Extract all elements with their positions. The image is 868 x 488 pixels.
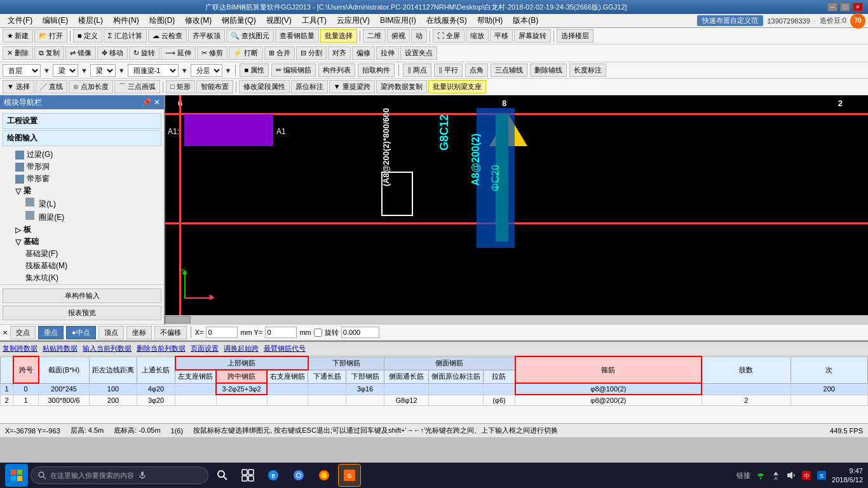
snap-no-offset-button[interactable]: 不偏移 [154, 326, 187, 339]
taskbar-search-app[interactable] [211, 464, 234, 487]
cell-legs-2[interactable]: 2 [702, 395, 790, 406]
cell-stirrup-2[interactable]: φ8@200(2) [515, 395, 702, 406]
offset-button[interactable]: 偏修 [352, 46, 375, 60]
system-clock[interactable]: 9:47 2018/6/12 [832, 466, 863, 485]
panel-pin-btn[interactable]: 📌 [142, 98, 151, 107]
cell-mid-top-1[interactable]: 3-2φ25+3φ2 [216, 383, 267, 395]
copy-button[interactable]: ⧉ 复制 [34, 46, 64, 60]
2d-button[interactable]: 二维 [363, 29, 386, 43]
two-point-button[interactable]: ‖ 两点 [403, 64, 431, 77]
menu-steel[interactable]: 钢筋量(Q) [217, 14, 261, 27]
quick-setup-btn[interactable]: 快速布置自定义范 [697, 15, 763, 26]
copy-span-data-button[interactable]: 梁跨数据复制 [376, 80, 427, 93]
search-bar[interactable]: 在这里输入你要搜索的内容 [31, 466, 208, 484]
modify-span-prop-button[interactable]: 修改梁段属性 [239, 80, 290, 93]
canvas-scrollbar[interactable] [165, 315, 868, 324]
taskbar-task-view[interactable] [236, 464, 259, 487]
dynamic-button[interactable]: 动 [411, 29, 427, 43]
menu-version[interactable]: 版本(B) [508, 14, 543, 27]
menu-draw[interactable]: 绘图(D) [144, 14, 180, 27]
copy-span-data-tb-button[interactable]: 复制跨数据 [3, 344, 37, 353]
paste-span-data-button[interactable]: 粘贴跨数据 [43, 344, 78, 353]
minimize-button[interactable]: ─ [827, 3, 837, 11]
cell-side-cont-1[interactable] [384, 383, 429, 395]
menu-help[interactable]: 帮助(H) [472, 14, 508, 27]
nav-foundation-beam[interactable]: 基础梁(F) [3, 248, 161, 260]
snap-coord-button[interactable]: 坐标 [126, 326, 152, 339]
shoulder-rebar-code-button[interactable]: 最臂钢筋代号 [264, 344, 306, 353]
cell-secondary-2[interactable] [790, 395, 867, 406]
menu-edit[interactable]: 编辑(E) [37, 14, 73, 27]
rect-button[interactable]: □ 矩形 [166, 80, 195, 93]
eng-settings-title[interactable]: 工程设置 [3, 113, 161, 129]
cell-secondary-1[interactable]: 200 [790, 383, 867, 395]
del-col-data-button[interactable]: 删除当前列数据 [137, 344, 186, 353]
break-button[interactable]: ⚡ 打断 [229, 46, 262, 60]
cad-canvas-area[interactable]: 6 8 2 A1: A1 ΦC20 [165, 95, 868, 324]
page-setup-button[interactable]: 页面设置 [191, 344, 219, 353]
taskbar-ggj[interactable]: G [338, 464, 361, 487]
floor-select[interactable]: 首层 [3, 64, 41, 77]
snap-vertex-button[interactable]: 顶点 [98, 326, 124, 339]
open-button[interactable]: 📂 打开 [34, 29, 67, 43]
report-preview-button[interactable]: 报表预览 [3, 306, 161, 320]
align-top-button[interactable]: 齐平板顶 [188, 29, 225, 43]
cell-side-orig-2[interactable] [429, 395, 484, 406]
single-member-input-button[interactable]: 单构件输入 [3, 288, 161, 303]
rotate-checkbox[interactable] [314, 329, 322, 337]
screen-rotate-button[interactable]: 屏幕旋转 [514, 29, 551, 43]
nav-strip-hole[interactable]: 带形洞 [3, 161, 161, 173]
re-extract-span-button[interactable]: ▼ 重提梁跨 [329, 80, 375, 93]
trim-button[interactable]: ✂ 修剪 [197, 46, 227, 60]
cell-top-cont-2[interactable]: 3φ20 [137, 395, 175, 406]
orig-annot-button[interactable]: 原位标注 [291, 80, 328, 93]
cloud-check-button[interactable]: ☁ 云检查 [148, 29, 187, 43]
find-elem-button[interactable]: 🔍 查找图元 [226, 29, 274, 43]
swap-start-span-button[interactable]: 调换起始跨 [224, 344, 259, 353]
cell-tie-2[interactable]: (φ6) [484, 395, 515, 406]
menu-floor[interactable]: 楼层(L) [73, 14, 108, 27]
cell-left-top-1[interactable] [175, 383, 217, 395]
cell-mid-top-2[interactable] [216, 395, 267, 406]
nav-over-beam[interactable]: 过梁(G) [3, 149, 161, 161]
cell-bot-cont-1[interactable] [308, 383, 346, 395]
move-button[interactable]: ✥ 移动 [97, 46, 128, 60]
align-button[interactable]: 对齐 [328, 46, 351, 60]
menu-online[interactable]: 在线服务(S) [421, 14, 472, 27]
panel-close-btn[interactable]: ✕ [154, 98, 160, 107]
cell-section-1[interactable]: 200*245 [39, 383, 90, 395]
nav-ring-beam[interactable]: 圈梁(E) [3, 210, 161, 224]
cell-span-2[interactable]: 1 [13, 395, 39, 406]
table-row[interactable]: 2 1 300*800/6 200 3φ20 G8φ12 (φ6) φ8@200… [1, 395, 868, 406]
cell-dist-2[interactable]: 200 [90, 395, 137, 406]
member-list-button[interactable]: 构件列表 [318, 64, 355, 77]
line-tool-button[interactable]: ╱ 直线 [36, 80, 67, 93]
smart-place-button[interactable]: 智能布置 [196, 80, 233, 93]
cell-bot-steel-1[interactable]: 3φ16 [346, 383, 384, 395]
menu-bim[interactable]: BIM应用(I) [375, 14, 421, 27]
menu-modify[interactable]: 修改(M) [180, 14, 217, 27]
cell-section-2[interactable]: 300*800/6 [39, 395, 90, 406]
cell-dist-1[interactable]: 100 [90, 383, 137, 395]
grip-button[interactable]: 设置夹点 [400, 46, 437, 60]
arc-button[interactable]: ⌒ 三点画弧 [114, 80, 160, 93]
cell-side-orig-1[interactable] [429, 383, 484, 395]
cell-right-top-2[interactable] [267, 395, 308, 406]
cell-left-top-2[interactable] [175, 395, 217, 406]
select-tool-button[interactable]: ▼ 选择 [3, 80, 34, 93]
cell-span-1[interactable]: 0 [13, 383, 39, 395]
nav-raft-found[interactable]: 筏板基础(M) [3, 260, 161, 272]
table-row[interactable]: 1 0 200*245 100 4φ20 3-2φ25+3φ2 3φ16 φ8@… [1, 383, 868, 395]
draw-input-title[interactable]: 绘图输入 [3, 130, 161, 146]
cell-stirrup-1[interactable]: φ8@100(2) [515, 383, 702, 395]
cell-right-top-1[interactable] [267, 383, 308, 395]
cell-bot-cont-2[interactable] [308, 395, 346, 406]
parallel-button[interactable]: ∥ 平行 [434, 64, 463, 77]
taskbar-firefox[interactable] [313, 464, 336, 487]
nav-strip-window[interactable]: 带形窗 [3, 173, 161, 185]
close-button[interactable]: ✕ [853, 3, 863, 11]
menu-member[interactable]: 构件(N) [108, 14, 144, 27]
delete-button[interactable]: ✕ 删除 [3, 46, 33, 60]
define-button[interactable]: ■ 定义 [73, 29, 102, 43]
pan-button[interactable]: 平移 [490, 29, 513, 43]
